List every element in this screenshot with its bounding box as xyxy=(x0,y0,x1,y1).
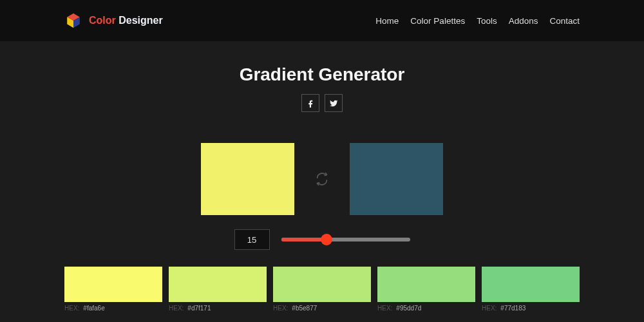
result-item: HEX:#fafa6e xyxy=(64,267,162,312)
result-item: HEX:#77d183 xyxy=(482,267,580,312)
nav-palettes[interactable]: Color Palettes xyxy=(410,16,465,26)
main-content: Gradient Generator xyxy=(0,41,644,312)
result-item: HEX:#b5e877 xyxy=(273,267,371,312)
result-swatch[interactable] xyxy=(169,267,267,302)
swap-colors-button[interactable] xyxy=(312,169,332,189)
start-color-swatch[interactable] xyxy=(201,143,294,215)
share-facebook-button[interactable] xyxy=(301,94,319,112)
result-label: HEX:#95dd7d xyxy=(377,305,475,312)
color-picker-row xyxy=(0,143,644,215)
steps-slider-row xyxy=(0,229,644,250)
nav-home[interactable]: Home xyxy=(375,16,399,26)
nav-contact[interactable]: Contact xyxy=(549,16,580,26)
nav-addons[interactable]: Addons xyxy=(509,16,538,26)
result-label: HEX:#d7f171 xyxy=(169,305,267,312)
result-swatch[interactable] xyxy=(64,267,162,302)
logo-text-first: Color xyxy=(89,15,116,26)
result-swatch[interactable] xyxy=(273,267,371,302)
steps-input[interactable] xyxy=(234,229,270,250)
result-item: HEX:#95dd7d xyxy=(377,267,475,312)
end-color-swatch[interactable] xyxy=(350,143,443,215)
logo-text-second: Designer xyxy=(118,15,162,26)
result-swatch[interactable] xyxy=(377,267,475,302)
share-twitter-button[interactable] xyxy=(325,94,343,112)
main-nav: Home Color Palettes Tools Addons Contact xyxy=(375,16,580,26)
result-swatch[interactable] xyxy=(482,267,580,302)
logo[interactable]: Color Designer xyxy=(64,12,163,30)
result-label: HEX:#fafa6e xyxy=(64,305,162,312)
twitter-icon xyxy=(330,99,338,108)
facebook-icon xyxy=(307,99,315,108)
result-label: HEX:#77d183 xyxy=(482,305,580,312)
swap-icon xyxy=(315,172,329,186)
page-title: Gradient Generator xyxy=(0,64,644,85)
slider-thumb[interactable] xyxy=(321,234,332,245)
header: Color Designer Home Color Palettes Tools… xyxy=(0,0,644,41)
slider-fill xyxy=(281,238,327,242)
logo-text: Color Designer xyxy=(89,15,163,26)
nav-tools[interactable]: Tools xyxy=(477,16,497,26)
result-row: HEX:#fafa6e HEX:#d7f171 HEX:#b5e877 HEX:… xyxy=(0,267,644,312)
cube-logo-icon xyxy=(64,12,82,30)
share-row xyxy=(0,94,644,112)
result-item: HEX:#d7f171 xyxy=(169,267,267,312)
steps-slider[interactable] xyxy=(281,233,410,246)
result-label: HEX:#b5e877 xyxy=(273,305,371,312)
